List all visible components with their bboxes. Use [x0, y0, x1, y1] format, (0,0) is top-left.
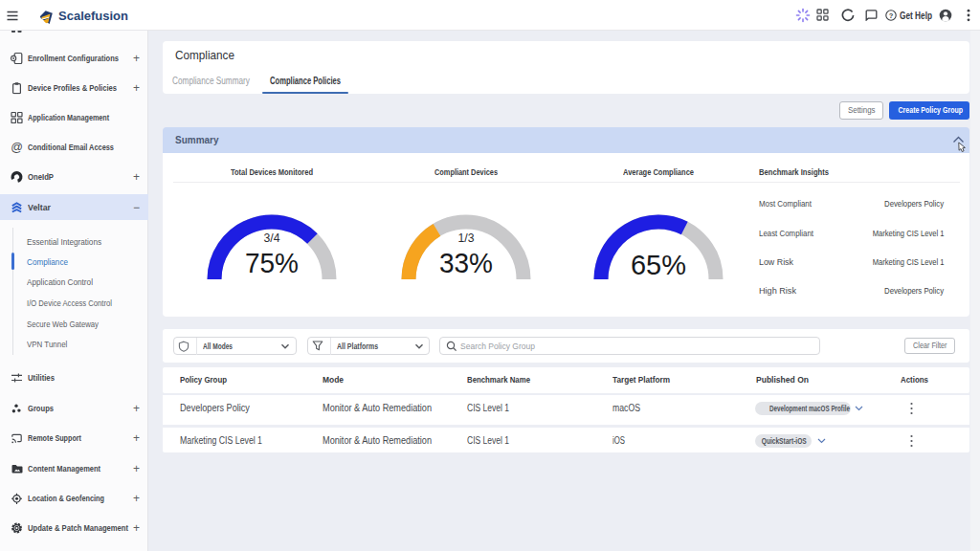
svg-text:?: ?: [889, 11, 894, 20]
svg-text:@: @: [11, 141, 23, 153]
